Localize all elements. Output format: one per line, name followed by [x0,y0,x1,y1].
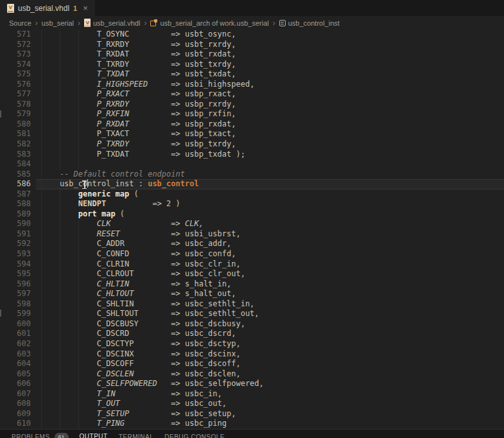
breadcrumb-item[interactable]: usb_serial_arch of work.usb_serial [150,19,268,27]
line-number[interactable]: 601 [0,329,31,339]
line-number[interactable]: 599 [0,309,31,319]
code-line-587[interactable]: 587 generic map ( [0,189,504,200]
code-line-580[interactable]: 580 P_RXDAT => usbp_rxdat, [0,119,504,130]
line-number[interactable]: 607 [0,389,31,399]
panel-tab-debug-console[interactable]: DEBUG CONSOLE [164,434,225,438]
line-number[interactable]: 589 [0,209,31,220]
code-line-602[interactable]: 602 C_DSCTYP => usbc_dsctyp, [0,339,504,349]
panel-tab-terminal[interactable]: TERMINAL [119,434,154,438]
line-number[interactable]: 605 [0,369,31,380]
code-line-601[interactable]: 601 C_DSCRD => usbc_dscrd, [0,329,504,339]
code-line-590[interactable]: 590 CLK => CLK, [0,219,504,229]
line-number[interactable]: 597 [0,289,31,299]
line-number[interactable]: 596 [0,279,31,290]
gutter-decoration [0,110,1,118]
line-number[interactable]: 574 [0,60,31,70]
code-line-592[interactable]: 592 C_ADDR => usbc_addr, [0,239,504,249]
code-line-584[interactable]: 584 [0,159,504,170]
code-line-595[interactable]: 595 C_CLROUT => usbc_clr_out, [0,269,504,279]
code-line-606[interactable]: 606 C_SELFPOWERED => usbc_selfpowered, [0,379,504,389]
line-number[interactable]: 604 [0,359,31,369]
code-line-604[interactable]: 604 C_DSCOFF => usbc_dscoff, [0,359,504,369]
line-number[interactable]: 588 [0,199,31,209]
line-number[interactable]: 592 [0,239,31,249]
code-line-571[interactable]: 571 T_OSYNC => usbt_osync, [0,30,504,40]
line-number[interactable]: 580 [0,119,31,130]
code-line-586[interactable]: 586 usb_control_inst : usb_control [0,179,504,189]
code-line-579[interactable]: 579 P_RXFIN => usbp_rxfin, [0,109,504,119]
line-number[interactable]: 608 [0,399,31,409]
line-number[interactable]: 578 [0,100,31,110]
code-line-581[interactable]: 581 P_TXACT => usbp_txact, [0,129,504,139]
code-line-583[interactable]: 583 P_TXDAT => usbp_txdat ); [0,150,504,160]
code-line-605[interactable]: 605 C_DSCLEN => usbc_dsclen, [0,369,504,380]
line-number[interactable]: 593 [0,249,31,259]
line-number[interactable]: 575 [0,69,31,80]
code-text: C_SHLTOUT => usbc_sethlt_out, [41,309,259,319]
line-number[interactable]: 584 [0,159,31,170]
code-line-599[interactable]: 599 C_SHLTOUT => usbc_sethlt_out, [0,309,504,319]
panel-tab-label: TERMINAL [119,434,154,438]
code-line-585[interactable]: 585 -- Default control endpoint [0,170,504,180]
code-line-573[interactable]: 573 T_RXDAT => usbt_rxdat, [0,49,504,60]
line-number[interactable]: 586 [0,179,31,189]
line-number[interactable]: 606 [0,379,31,389]
line-number[interactable]: 587 [0,189,31,200]
code-line-608[interactable]: 608 T_OUT => usbc_out, [0,399,504,409]
code-line-609[interactable]: 609 T_SETUP => usbc_setup, [0,409,504,419]
close-icon[interactable]: × [83,4,88,12]
code-text: C_CONFD => usbc_confd, [41,249,236,259]
line-number[interactable]: 600 [0,319,31,329]
code-line-574[interactable]: 574 T_TXRDY => usbt_txrdy, [0,60,504,70]
breadcrumb-item[interactable]: usb_control_inst [279,19,340,27]
code-line-593[interactable]: 593 C_CONFD => usbc_confd, [0,249,504,259]
line-number[interactable]: 610 [0,419,31,429]
breadcrumb-item[interactable]: Source [9,19,31,27]
line-number[interactable]: 572 [0,40,31,50]
code-line-582[interactable]: 582 P_TXRDY => usbp_txrdy, [0,139,504,150]
code-line-610[interactable]: 610 T_PING => usbc_ping [0,419,504,429]
line-number[interactable]: 571 [0,30,31,40]
breadcrumb-item[interactable]: usb_serial.vhdl [84,19,140,27]
code-line-598[interactable]: 598 C_SHLTIN => usbc_sethlt_in, [0,299,504,310]
line-number[interactable]: 609 [0,409,31,419]
panel-tab-output[interactable]: OUTPUT [80,433,108,438]
indent-guide [41,159,42,170]
tab-usb-serial-vhdl[interactable]: usb_serial.vhdl 1 × [0,0,95,16]
line-number[interactable]: 591 [0,229,31,240]
code-line-597[interactable]: 597 C_HLTOUT => s_halt_out, [0,289,504,299]
line-number[interactable]: 595 [0,269,31,279]
line-number[interactable]: 590 [0,219,31,229]
line-number[interactable]: 573 [0,49,31,60]
line-number[interactable]: 577 [0,89,31,100]
line-number[interactable]: 579 [0,109,31,119]
code-line-594[interactable]: 594 C_CLRIN => usbc_clr_in, [0,259,504,270]
code-text: P_RXACT => usbp_rxact, [41,89,236,100]
code-line-575[interactable]: 575 T_TXDAT => usbt_txdat, [0,69,504,80]
line-number[interactable]: 581 [0,129,31,139]
code-text: T_IN => usbc_in, [41,389,222,399]
code-line-607[interactable]: 607 T_IN => usbc_in, [0,389,504,399]
line-number[interactable]: 576 [0,80,31,90]
line-number[interactable]: 582 [0,139,31,150]
code-line-596[interactable]: 596 C_HLTIN => s_halt_in, [0,279,504,290]
code-line-577[interactable]: 577 P_RXACT => usbp_rxact, [0,89,504,100]
line-number[interactable]: 583 [0,150,31,160]
code-line-578[interactable]: 578 P_RXRDY => usbp_rxrdy, [0,100,504,110]
panel-tab-problems[interactable]: PROBLEMS61 [12,433,69,438]
line-number[interactable]: 598 [0,299,31,310]
line-number[interactable]: 602 [0,339,31,349]
line-number[interactable]: 603 [0,349,31,360]
breadcrumb-item[interactable]: usb_serial [42,19,74,27]
code-line-589[interactable]: 589 port map ( [0,209,504,220]
editor-code-area[interactable]: 571 T_OSYNC => usbt_osync,572 T_RXRDY =>… [0,30,504,429]
code-line-572[interactable]: 572 T_RXRDY => usbt_rxrdy, [0,40,504,50]
line-number[interactable]: 594 [0,259,31,270]
code-line-588[interactable]: 588 NENDPT => 2 ) [0,199,504,209]
code-line-591[interactable]: 591 RESET => usbi_usbrst, [0,229,504,240]
code-line-576[interactable]: 576 I_HIGHSPEED => usbi_highspeed, [0,80,504,90]
code-line-603[interactable]: 603 C_DSCINX => usbc_dscinx, [0,349,504,360]
code-line-600[interactable]: 600 C_DSCBUSY => usbc_dscbusy, [0,319,504,329]
line-number[interactable]: 585 [0,170,31,180]
panel-tab-label: DEBUG CONSOLE [164,434,225,438]
